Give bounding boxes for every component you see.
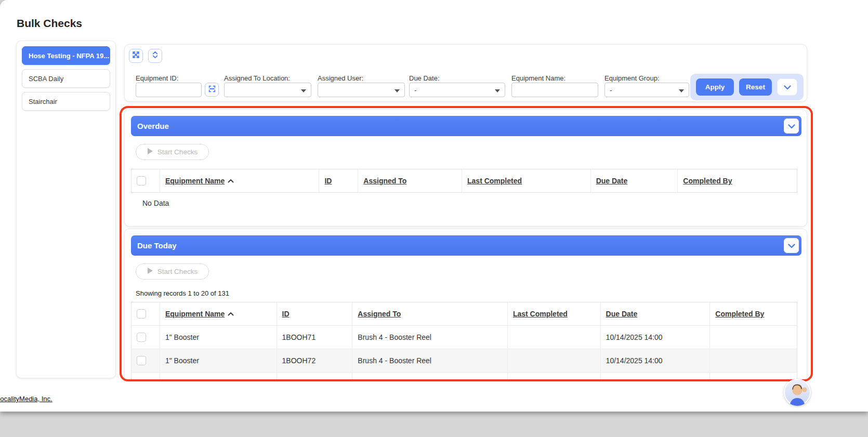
cell-last-completed <box>508 349 601 372</box>
sidebar-item-stairchair[interactable]: Stairchair <box>22 92 110 111</box>
column-header-assigned-to[interactable]: Assigned To <box>352 302 508 325</box>
chevron-down-icon <box>788 241 795 250</box>
column-header-id[interactable]: ID <box>319 169 358 192</box>
overdue-title: Overdue <box>137 122 169 130</box>
table-row-partial <box>131 372 797 381</box>
row-checkbox[interactable] <box>137 356 146 365</box>
column-header-due-date[interactable]: Due Date <box>591 169 678 192</box>
equipment-name-label: Equipment Name: <box>511 74 565 82</box>
overdue-table-header: Equipment Name ID Assigned To Last Compl… <box>131 169 797 192</box>
play-icon <box>147 148 153 156</box>
equipment-group-label: Equipment Group: <box>604 74 660 82</box>
scan-equipment-button[interactable] <box>205 83 219 97</box>
column-header-equipment-name[interactable]: Equipment Name <box>160 169 320 192</box>
equipment-id-input[interactable] <box>136 83 202 97</box>
due-date-label: Due Date: <box>409 74 440 82</box>
due-today-table: Equipment Name ID Assigned To Last Compl… <box>131 302 797 381</box>
collapse-arrows-button[interactable] <box>129 49 143 63</box>
chevron-down-icon <box>394 86 400 94</box>
select-all-checkbox[interactable] <box>137 309 146 319</box>
equipment-group-value: - <box>610 86 612 94</box>
overdue-collapse-button[interactable] <box>784 118 799 134</box>
column-header-assigned-to[interactable]: Assigned To <box>358 169 462 192</box>
expand-collapse-button[interactable] <box>148 49 162 63</box>
due-today-header-bar[interactable]: Due Today <box>131 235 801 256</box>
sort-ascending-icon <box>228 312 234 316</box>
sidebar-item-hose-testing[interactable]: Hose Testing - NFPA 19... <box>22 46 110 65</box>
header-checkbox-cell <box>131 169 160 192</box>
page-title: Bulk Checks <box>17 17 82 30</box>
app-page: Bulk Checks Hose Testing - NFPA 19... SC… <box>0 0 868 412</box>
company-link[interactable]: LocalityMedia, Inc. <box>0 395 52 403</box>
overdue-no-data-text: No Data <box>142 199 169 207</box>
assigned-user-select[interactable] <box>318 83 405 97</box>
cell-due-date: 10/14/2025 14:00 <box>601 326 711 349</box>
filter-actions: Apply Reset <box>690 74 804 100</box>
play-icon <box>147 268 153 275</box>
cell-id: 1BOOH71 <box>277 326 353 349</box>
equipment-id-label: Equipment ID: <box>136 74 178 82</box>
select-all-checkbox[interactable] <box>137 176 146 186</box>
due-date-value: - <box>414 86 416 94</box>
table-row: 1" Booster 1BOOH71 Brush 4 - Booster Ree… <box>131 325 797 349</box>
equipment-group-select[interactable]: - <box>604 83 689 97</box>
unfold-diamond-icon <box>151 50 160 61</box>
column-header-completed-by[interactable]: Completed By <box>710 302 797 325</box>
sort-ascending-icon <box>228 179 234 183</box>
column-header-completed-by[interactable]: Completed By <box>678 169 797 192</box>
apply-button[interactable]: Apply <box>696 78 734 96</box>
header-checkbox-cell <box>131 302 160 325</box>
checks-sidebar: Hose Testing - NFPA 19... SCBA Daily Sta… <box>16 41 116 378</box>
chevron-down-icon <box>679 86 684 94</box>
chevron-down-icon <box>495 86 500 94</box>
due-today-collapse-button[interactable] <box>784 238 799 253</box>
equipment-name-input[interactable] <box>511 83 598 97</box>
chevron-down-icon <box>788 122 795 130</box>
table-row: 1" Booster 1BOOH72 Brush 4 - Booster Ree… <box>131 349 797 372</box>
cell-equipment-name: 1" Booster <box>160 326 277 349</box>
sidebar-item-scba-daily[interactable]: SCBA Daily <box>22 69 110 88</box>
overdue-section: Overdue Start Checks Equipment Name <box>124 109 807 227</box>
column-header-last-completed[interactable]: Last Completed <box>462 169 591 192</box>
assigned-to-location-select[interactable] <box>224 83 311 97</box>
row-checkbox[interactable] <box>137 333 146 342</box>
reset-button[interactable]: Reset <box>739 78 772 96</box>
column-header-id[interactable]: ID <box>277 302 353 325</box>
cell-completed-by <box>710 349 797 372</box>
assigned-to-location-label: Assigned To Location: <box>224 74 290 82</box>
due-today-start-checks-button[interactable]: Start Checks <box>136 263 209 280</box>
cell-equipment-name: 1" Booster <box>160 349 277 372</box>
records-summary: Showing records 1 to 20 of 131 <box>136 289 229 297</box>
assigned-user-label: Assigned User: <box>318 74 363 82</box>
cell-id: 1BOOH72 <box>277 349 353 372</box>
due-today-table-header: Equipment Name ID Assigned To Last Compl… <box>131 302 797 325</box>
user-avatar[interactable] <box>784 379 811 406</box>
overdue-table: Equipment Name ID Assigned To Last Compl… <box>131 169 797 193</box>
cell-last-completed <box>508 326 601 349</box>
chevron-down-icon <box>784 83 791 92</box>
overdue-header-bar[interactable]: Overdue <box>131 116 801 136</box>
filter-toolbar: Equipment ID: Assigned To Location: Assi… <box>124 44 807 102</box>
cell-completed-by <box>710 326 797 349</box>
due-today-title: Due Today <box>137 241 177 250</box>
column-header-due-date[interactable]: Due Date <box>601 302 711 325</box>
overdue-start-checks-button[interactable]: Start Checks <box>136 144 209 160</box>
person-avatar-icon <box>784 399 811 406</box>
chevron-down-icon <box>301 86 306 94</box>
scan-icon <box>208 85 216 95</box>
due-today-section: Due Today Start Checks Showing records 1… <box>124 229 807 381</box>
column-header-last-completed[interactable]: Last Completed <box>508 302 601 325</box>
cell-assigned-to: Brush 4 - Booster Reel <box>352 326 508 349</box>
row-checkbox-cell <box>131 326 160 349</box>
row-checkbox-cell <box>131 349 160 372</box>
due-date-select[interactable]: - <box>409 83 505 97</box>
cell-assigned-to: Brush 4 - Booster Reel <box>352 349 508 372</box>
start-checks-label: Start Checks <box>157 268 198 275</box>
cell-due-date: 10/14/2025 14:00 <box>601 349 711 372</box>
more-filters-button[interactable] <box>777 78 797 96</box>
collapse-arrows-icon <box>131 50 140 61</box>
column-header-equipment-name[interactable]: Equipment Name <box>160 302 277 325</box>
start-checks-label: Start Checks <box>157 148 198 156</box>
